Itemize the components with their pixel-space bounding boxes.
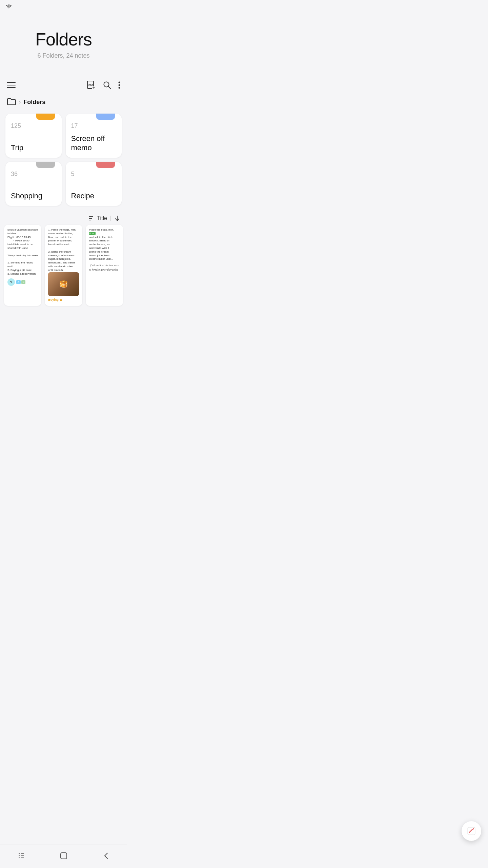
folder-card-recipe[interactable]: 5 Recipe [66,162,122,206]
svg-point-7 [119,82,120,83]
note-text-3: Place the eggs, milk, flour, and salt in… [89,228,120,261]
note-card-3[interactable]: Place the eggs, milk, flour, and salt in… [86,225,123,306]
svg-line-6 [108,86,111,89]
note-card-1[interactable]: Book a vacation package to Maui. Flight … [4,225,41,306]
folder-count-shopping: 36 [11,171,56,178]
folder-name-recipe: Recipe [71,192,117,200]
toolbar: PDF [0,76,127,94]
sort-divider [110,216,111,221]
sort-title-button[interactable]: Title [89,215,107,221]
folder-count-recipe: 5 [71,171,117,178]
svg-point-8 [119,84,120,86]
folder-card-screen-off-memo[interactable]: 17 Screen off memo [66,114,122,158]
note-card-2[interactable]: 1. Place the eggs, milk, water, melted b… [45,225,82,306]
folder-icon [7,97,16,107]
sort-bar: Title [0,213,127,225]
arrow-down-icon [114,215,120,221]
folder-card-trip[interactable]: 125 Trip [5,114,62,158]
folder-tab-trip [36,114,55,120]
folder-name-shopping: Shopping [11,192,56,200]
menu-button[interactable] [7,82,16,88]
note-text-1: Book a vacation package to Maui. Flight … [7,228,38,276]
search-button[interactable] [103,81,111,90]
note-1-tags: A B [16,278,25,286]
note-1-avatar: ✎ [7,278,15,286]
note-1-footer: ✎ A B [7,278,38,286]
more-options-button[interactable] [118,81,120,89]
svg-text:PDF: PDF [88,84,94,86]
folder-count-label: 6 Folders, 24 notes [37,52,89,59]
folders-grid: 125 Trip 17 Screen off memo 36 Shopping … [0,110,127,213]
folder-name-trip: Trip [11,143,56,152]
folder-count-trip: 125 [11,122,56,130]
breadcrumb-chevron: › [19,99,21,105]
sort-label-text: Title [97,215,107,221]
note-text-2: 1. Place the eggs, milk, water, melted b… [48,228,79,272]
sort-icon [89,216,95,221]
page-title: Folders [35,29,92,50]
svg-point-9 [119,87,120,89]
folder-name-screen-off-memo: Screen off memo [71,134,117,152]
hero-section: Folders 6 Folders, 24 notes [0,12,127,73]
note-3-handwriting: :if all medical doctors were to forsake … [89,263,120,272]
note-2-image: 🥞 [48,272,79,296]
breadcrumb: › Folders [0,94,127,110]
notes-grid: Book a vacation package to Maui. Flight … [0,225,127,333]
wifi-icon [5,3,12,10]
status-bar [0,0,127,12]
folder-tab-shopping [36,162,55,168]
pdf-add-button[interactable]: PDF [86,80,96,90]
sort-direction-button[interactable] [114,215,120,221]
breadcrumb-label: Folders [23,99,45,106]
folder-tab-screen-off-memo [96,114,115,120]
folder-count-screen-off-memo: 17 [71,122,117,130]
folder-tab-recipe [96,162,115,168]
buying-label: Buying [48,298,59,302]
note-2-label: Buying★ [48,297,79,302]
folder-card-shopping[interactable]: 36 Shopping [5,162,62,206]
star-icon: ★ [59,297,63,302]
